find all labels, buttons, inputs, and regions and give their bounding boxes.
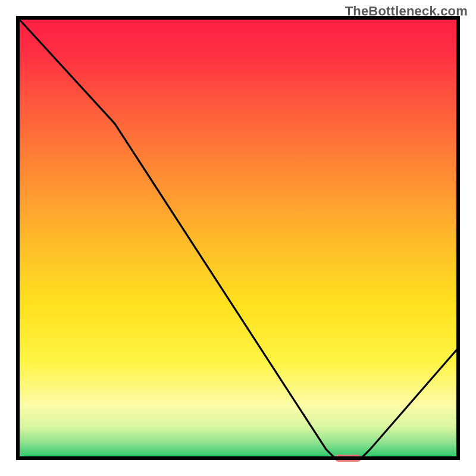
bottleneck-chart	[0, 0, 476, 476]
gradient-background	[18, 18, 458, 458]
watermark-text: TheBottleneck.com	[345, 4, 468, 19]
chart-container: { "watermark": "TheBottleneck.com", "cha…	[0, 0, 476, 476]
